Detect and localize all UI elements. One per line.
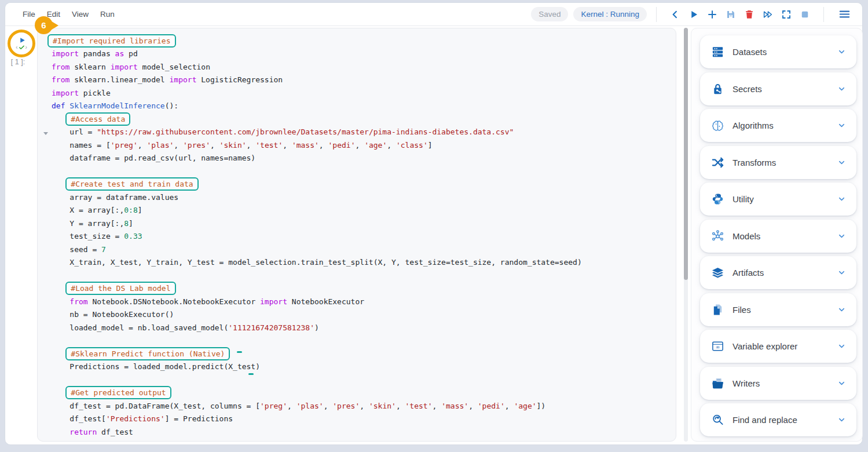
code-line[interactable]: url = "https://raw.githubusercontent.com… [52, 126, 671, 139]
sidebar-item-label: Datasets [733, 47, 767, 57]
previous-cell-button[interactable] [669, 8, 682, 21]
run-cell-icon [688, 9, 699, 20]
sidebar-item-algorithms[interactable]: Algorithms [700, 109, 856, 142]
sidebar-item-models[interactable]: Models [700, 220, 856, 253]
code-line[interactable]: #Access data [52, 112, 671, 126]
code-line[interactable]: df_test = pd.DataFrame(X_test, columns =… [52, 399, 671, 413]
sidebar-item-find-and-replace[interactable]: Find and replace [700, 403, 856, 436]
models-icon [710, 228, 725, 243]
cell-success-indicator: ‹ › [16, 44, 27, 50]
sidebar-item-label: Secrets [733, 84, 762, 94]
sidebar-item-artifacts[interactable]: Artifacts [700, 256, 856, 289]
selection-marker [248, 373, 254, 375]
sidebar-item-utility[interactable]: Utility [700, 183, 856, 216]
code-line[interactable]: test_size = 0.33 [52, 230, 671, 243]
sidebar-item-label: Find and replace [733, 415, 797, 425]
stop-kernel-button[interactable] [799, 8, 811, 21]
code-line[interactable]: df_test['Predictions'] = Predictions [52, 413, 671, 426]
scrollbar-thumb[interactable] [684, 28, 688, 280]
code-line[interactable]: def SklearnModelInference(): [52, 100, 671, 113]
code-line[interactable]: #Create test and train data [52, 178, 671, 191]
code-line[interactable]: array = dataframe.values [52, 191, 671, 204]
vertical-scrollbar[interactable] [684, 28, 688, 442]
add-cell-icon [707, 9, 717, 20]
code-cell[interactable]: #Import required librariesimport pandas … [37, 28, 676, 442]
toolbar-divider [656, 7, 657, 22]
save-notebook-button[interactable] [724, 8, 737, 21]
transforms-icon [710, 155, 725, 170]
selection-marker [237, 351, 242, 353]
chevron-down-icon[interactable] [837, 305, 846, 314]
code-line[interactable]: seed = 7 [52, 243, 671, 256]
chevron-down-icon[interactable] [837, 231, 846, 240]
chevron-down-icon[interactable] [837, 342, 846, 351]
code-line[interactable]: return df_test [52, 425, 671, 439]
sidebar-item-secrets[interactable]: Secrets [700, 72, 856, 105]
menu-button[interactable] [837, 7, 852, 22]
sidebar-item-datasets[interactable]: Datasets [700, 35, 856, 68]
code-line[interactable]: import pandas as pd [52, 48, 671, 61]
code-line[interactable]: Y = array[:,8] [52, 217, 671, 230]
chevron-down-icon[interactable] [837, 84, 846, 93]
sidebar-item-label: Transforms [733, 158, 776, 167]
code-line[interactable]: #Import required libraries [52, 34, 671, 48]
code-line[interactable]: loaded_model = nb.load_saved_model('1112… [52, 321, 671, 334]
comment-highlight-box: #Access data [65, 112, 130, 126]
code-line[interactable]: from sklearn.linear_model import Logisti… [52, 74, 671, 87]
svg-text:∞: ∞ [715, 344, 720, 350]
chevron-down-icon[interactable] [837, 378, 846, 388]
menu-item-file[interactable]: File [23, 10, 35, 19]
code-line[interactable]: Predictions = loaded_model.predict(X_tes… [52, 360, 671, 374]
code-line[interactable] [52, 334, 671, 348]
code-line[interactable]: from Notebook.DSNotebook.NotebookExecuto… [52, 295, 671, 308]
menu-item-run[interactable]: Run [100, 10, 115, 19]
code-line[interactable]: X = array[:,0:8] [52, 204, 671, 217]
sidebar-item-writers[interactable]: Writers [700, 367, 856, 400]
chevron-down-icon[interactable] [837, 268, 846, 278]
code-line[interactable]: nb = NotebookExecutor() [52, 308, 671, 322]
code-line[interactable]: names = ['preg', 'plas', 'pres', 'skin',… [52, 138, 671, 152]
code-line[interactable]: from sklearn import model_selection [52, 60, 671, 74]
code-line[interactable]: X_train, X_test, Y_train, Y_test = model… [52, 256, 671, 269]
comment-highlight-box: #Get predicted output [65, 386, 171, 399]
success-check-icon [19, 44, 25, 50]
code-line[interactable]: #Get predicted output [52, 387, 671, 400]
delete-cell-button[interactable] [743, 8, 756, 21]
code-line[interactable] [52, 269, 671, 282]
run-cell-button[interactable] [687, 8, 700, 21]
menu-item-view[interactable]: View [72, 10, 89, 19]
kernel-status-badge[interactable]: Kernel : Running [573, 7, 647, 21]
variable-explorer-icon: ∞ [710, 339, 725, 354]
code-editor[interactable]: #Import required librariesimport pandas … [52, 34, 671, 439]
code-line[interactable]: #Load the DS Lab model [52, 282, 671, 296]
step-badge: 6 [35, 16, 53, 34]
save-status-badge: Saved [531, 7, 568, 21]
chevron-down-icon[interactable] [837, 158, 846, 167]
chevron-down-icon[interactable] [837, 415, 846, 425]
code-line[interactable]: #Sklearn Predict function (Native) [52, 347, 671, 360]
sidebar-item-variable-explorer[interactable]: ∞Variable explorer [700, 330, 856, 363]
chevron-down-icon[interactable] [837, 121, 846, 130]
sidebar-item-label: Files [733, 305, 751, 315]
toolbar-divider [823, 7, 824, 22]
step-badge-pointer [50, 20, 58, 31]
code-line[interactable] [52, 373, 671, 387]
fullscreen-button[interactable] [780, 8, 793, 21]
code-line[interactable]: dataframe = pd.read_csv(url, names=names… [52, 152, 671, 165]
files-icon [710, 302, 725, 317]
sidebar-item-files[interactable]: Files [700, 293, 856, 326]
writers-icon [710, 376, 725, 391]
run-cell-button[interactable]: ‹ › [8, 30, 35, 57]
run-all-button[interactable] [761, 8, 774, 21]
chevron-down-icon[interactable] [837, 48, 846, 57]
fold-toggle-icon[interactable] [43, 132, 48, 135]
chevron-down-icon[interactable] [837, 195, 846, 204]
sidebar-item-label: Utility [733, 194, 754, 204]
code-line[interactable] [52, 165, 671, 178]
code-line[interactable]: import pickle [52, 86, 671, 100]
artifacts-icon [710, 265, 725, 280]
menubar: FileEditViewRun Saved Kernel : Running [5, 3, 862, 26]
sidebar-item-label: Writers [733, 378, 760, 388]
add-cell-button[interactable] [706, 8, 719, 21]
sidebar-item-transforms[interactable]: Transforms [700, 146, 856, 179]
